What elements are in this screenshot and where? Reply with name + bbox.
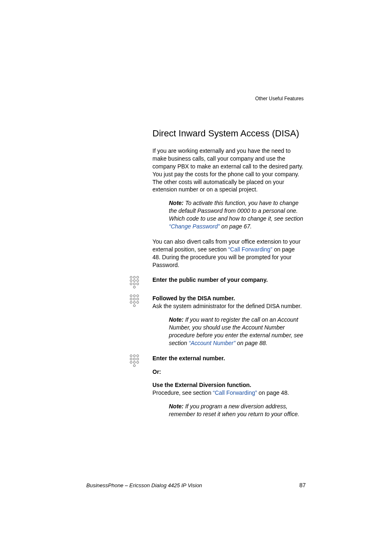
- note-label: Note:: [169, 316, 185, 323]
- step-2-title: Followed by the DISA number.: [152, 295, 304, 302]
- note-account: Note: If you want to register the call o…: [152, 316, 304, 347]
- section-title: Direct Inward System Access (DISA): [152, 128, 304, 139]
- note-text-before: To activate this function, you have to c…: [169, 200, 303, 222]
- page-footer: BusinessPhone – Ericsson Dialog 4425 IP …: [86, 482, 306, 488]
- step-2-subtitle: Ask the system administrator for the def…: [152, 302, 304, 310]
- note-text-after: on page 67.: [220, 223, 252, 230]
- keypad-icon: [130, 276, 139, 289]
- ext-diversion-row: Use the External Diversion function. Pro…: [152, 381, 304, 397]
- link-call-forwarding-2[interactable]: “Call Forwarding”: [213, 389, 257, 396]
- or-label: Or:: [152, 368, 304, 376]
- page-number: 87: [299, 482, 306, 488]
- link-change-password[interactable]: “Change Password”: [169, 223, 220, 230]
- step-3-instruction: Enter the external number.: [152, 355, 304, 362]
- divert-paragraph: You can also divert calls from your offi…: [152, 238, 304, 269]
- ext-div-after: on page 48.: [257, 389, 289, 396]
- note-text-after: on page 88.: [235, 340, 267, 346]
- note-reset: Note: If you program a new diversion add…: [152, 403, 304, 418]
- content-column: Direct Inward System Access (DISA) If yo…: [152, 128, 304, 426]
- ext-diversion-title: Use the External Diversion function.: [152, 381, 304, 389]
- keypad-icon: [130, 355, 139, 368]
- document-page: Other Useful Features Direct Inward Syst…: [0, 0, 392, 555]
- ext-diversion-sub: Procedure, see section “Call Forwarding”…: [152, 389, 304, 397]
- running-header: Other Useful Features: [255, 96, 304, 101]
- step-1-instruction: Enter the public number of your company.: [152, 276, 304, 284]
- note-label: Note:: [169, 403, 184, 410]
- step-3-row: Enter the external number.: [152, 355, 304, 362]
- link-account-number[interactable]: “Account Number”: [189, 340, 235, 346]
- ext-div-before: Procedure, see section: [152, 389, 213, 396]
- step-1-row: Enter the public number of your company.: [152, 276, 304, 284]
- step-2-row: Followed by the DISA number. Ask the sys…: [152, 295, 304, 310]
- note-label: Note:: [169, 200, 184, 206]
- note-text: If you program a new diversion address, …: [169, 403, 299, 417]
- link-call-forwarding-1[interactable]: “Call Forwarding”: [228, 246, 272, 253]
- intro-paragraph: If you are working externally and you ha…: [152, 147, 304, 193]
- footer-product: BusinessPhone – Ericsson Dialog 4425 IP …: [86, 482, 202, 488]
- note-activate: Note: To activate this function, you hav…: [152, 199, 304, 230]
- keypad-icon: [130, 295, 139, 308]
